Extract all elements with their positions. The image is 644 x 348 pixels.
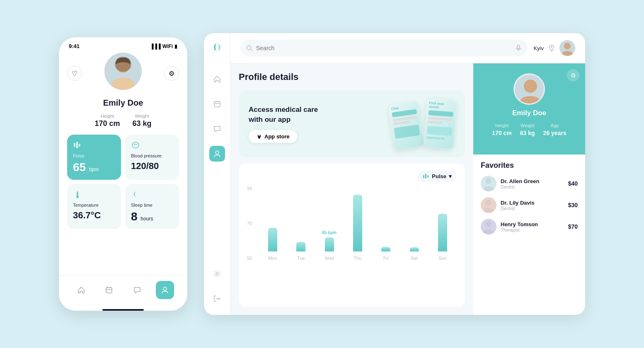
dash-main: Kyiv Profile details <box>230 33 585 315</box>
bar-sun: Sun <box>429 205 457 261</box>
svg-rect-5 <box>76 142 78 148</box>
nav-home[interactable] <box>72 281 90 299</box>
sidebar-messages[interactable] <box>209 121 225 137</box>
pulse-label: Pulse <box>73 153 115 158</box>
svg-point-35 <box>486 200 491 205</box>
appstore-button[interactable]: App store <box>249 130 297 143</box>
fav-price: $70 <box>568 223 578 230</box>
health-cards-grid: Pulse 65 bpm Blood pressure 120/80 <box>67 135 179 229</box>
temperature-card: Temperature 36.7°C <box>67 184 121 229</box>
svg-point-20 <box>216 273 218 275</box>
bar-fill-fri <box>381 247 390 251</box>
mock-phone-2: Find your doctor Appointments <box>424 99 457 150</box>
svg-rect-6 <box>79 144 80 147</box>
bar-fri: Fri <box>372 239 400 261</box>
panel-height-value: 170 cm <box>492 130 511 136</box>
bar-thu: Thu <box>344 186 372 261</box>
phone-nav-bar <box>59 276 187 307</box>
chevron-down-icon: ▾ <box>449 173 452 179</box>
favorites-list: Dr. Allen Green Dentist $40 Dr. Lily Dav… <box>481 176 578 234</box>
user-stats-row: Height 170 cm Weight 63 kg <box>94 114 151 128</box>
fav-name: Dr. Allen Green <box>501 178 564 184</box>
fav-info: Dr. Allen Green Dentist <box>501 178 564 189</box>
phone-top-icons: ♡ ⚙ <box>67 53 179 94</box>
phone-status-bar: 9:41 ▐▐▐ WiFi ▮ <box>59 37 187 53</box>
phone-time: 9:41 <box>69 43 80 49</box>
search-box[interactable] <box>240 40 528 56</box>
profile-panel: ⚙ Emily Doe Height 170 cm <box>473 63 585 155</box>
bp-value: 120/80 <box>131 161 173 172</box>
nav-messages[interactable] <box>128 281 146 299</box>
sidebar <box>204 33 230 315</box>
height-label: Height <box>94 114 120 118</box>
fav-item[interactable]: Henry Tomson Therapist $70 <box>481 219 578 234</box>
sidebar-bottom <box>209 266 225 307</box>
svg-point-26 <box>551 46 552 48</box>
settings-button[interactable]: ⚙ <box>164 66 179 81</box>
phone-body: ♡ ⚙ Emily Doe Height 170 cm <box>59 53 187 276</box>
fav-item[interactable]: Dr. Allen Green Dentist $40 <box>481 176 578 191</box>
signal-icon: ▐▐▐ <box>150 44 161 49</box>
weight-stat: Weight 63 kg <box>133 114 152 128</box>
bar-day-mon: Mon <box>268 256 277 261</box>
pulse-icon <box>73 140 115 152</box>
sidebar-nav <box>209 71 225 254</box>
bar-day-thu: Thu <box>354 256 362 261</box>
search-input[interactable] <box>256 45 512 51</box>
bar-fill-mon <box>268 228 277 251</box>
sidebar-logout[interactable] <box>209 291 225 307</box>
fav-item[interactable]: Dr. Lily Davis Dentist $30 <box>481 197 578 213</box>
bar-tue: Tue <box>287 234 315 261</box>
height-value: 170 cm <box>94 119 120 128</box>
panel-age-label: Age <box>543 123 567 128</box>
heart-button[interactable]: ♡ <box>67 66 82 81</box>
promo-heading: Access medical care with our app <box>249 105 332 125</box>
dash-content: Profile details Access medical care with… <box>230 63 585 315</box>
nav-calendar[interactable] <box>100 281 118 299</box>
sidebar-home[interactable] <box>209 71 225 87</box>
panel-user-name: Emily Doe <box>512 109 546 117</box>
bar-fill-sun <box>438 214 447 251</box>
sidebar-calendar[interactable] <box>209 96 225 112</box>
dash-right: ⚙ Emily Doe Height 170 cm <box>473 63 585 315</box>
heart-icon: ♡ <box>72 70 77 77</box>
bar-wed: 65 bpmWed <box>315 230 344 261</box>
page-title: Profile details <box>239 72 465 82</box>
promo-phones: Chat Find your doctor <box>391 99 455 148</box>
sidebar-settings[interactable] <box>209 266 225 282</box>
home-indicator <box>102 309 144 311</box>
sleep-value: 8 hours <box>131 210 173 223</box>
pulse-selector[interactable]: Pulse ▾ <box>418 170 457 182</box>
bar-day-sat: Sat <box>411 256 418 261</box>
svg-point-34 <box>486 178 491 184</box>
chart-card: Pulse ▾ 90 70 50 MonTue65 bpmWedThuFriSa… <box>239 164 465 307</box>
chart-header: Pulse ▾ <box>247 170 457 182</box>
fav-name: Henry Tomson <box>501 221 564 227</box>
bar-tooltip: 65 bpm <box>322 230 337 235</box>
panel-weight-label: Weight <box>520 123 535 128</box>
chart-bars: MonTue65 bpmWedThuFriSatSun <box>247 186 457 261</box>
user-name-phone: Emily Doe <box>103 98 143 108</box>
sidebar-profile[interactable] <box>209 146 225 162</box>
promo-card: Access medical care with our app App sto… <box>239 91 465 157</box>
header-right: Kyiv <box>533 40 575 56</box>
dash-header: Kyiv <box>230 33 585 63</box>
bar-fill-thu <box>353 195 362 251</box>
bar-day-sun: Sun <box>438 256 447 261</box>
temp-value: 36.7°C <box>73 210 115 221</box>
bp-label: Blood pressure <box>131 153 173 158</box>
chart-title: Pulse <box>432 173 446 179</box>
nav-profile[interactable] <box>156 281 174 299</box>
svg-rect-30 <box>425 174 426 179</box>
promo-text: Access medical care with our app App sto… <box>249 105 332 143</box>
user-avatar-header[interactable] <box>559 40 575 56</box>
fav-avatar <box>481 176 496 191</box>
dash-center: Profile details Access medical care with… <box>230 63 473 315</box>
svg-rect-10 <box>106 288 112 293</box>
mock-phone-1: Chat <box>388 101 424 150</box>
panel-settings-button[interactable]: ⚙ <box>567 69 579 82</box>
panel-height: Height 170 cm <box>492 123 511 137</box>
svg-rect-24 <box>517 45 520 49</box>
fav-avatar <box>481 197 496 213</box>
fav-role: Dentist <box>501 184 564 189</box>
